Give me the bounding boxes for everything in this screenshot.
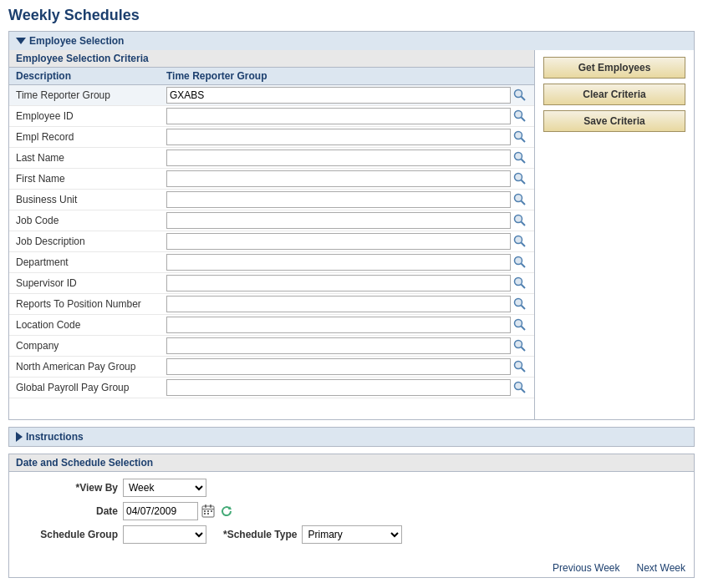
criteria-row-label: Supervisor ID xyxy=(16,277,166,289)
criteria-row: Job Code xyxy=(9,210,534,231)
instructions-header[interactable]: Instructions xyxy=(9,428,694,446)
criteria-row-label: North American Pay Group xyxy=(16,361,166,373)
criteria-field-location-code[interactable] xyxy=(166,317,511,333)
schedule-type-label: *Schedule Type xyxy=(223,529,297,540)
svg-point-0 xyxy=(515,90,522,98)
criteria-field-department[interactable] xyxy=(166,254,511,271)
date-input[interactable] xyxy=(123,502,198,520)
criteria-row-label: Department xyxy=(16,256,166,268)
instructions-section: Instructions xyxy=(8,427,695,447)
instructions-label: Instructions xyxy=(26,431,84,443)
svg-line-19 xyxy=(522,285,526,289)
criteria-row-input-area xyxy=(166,129,527,145)
criteria-row-label: Time Reporter Group xyxy=(16,89,166,101)
lookup-icon[interactable] xyxy=(512,297,527,312)
svg-point-10 xyxy=(515,195,522,202)
employee-selection-header[interactable]: Employee Selection xyxy=(9,32,694,50)
svg-line-9 xyxy=(522,180,526,185)
lookup-icon[interactable] xyxy=(512,234,527,249)
lookup-icon[interactable] xyxy=(512,171,527,186)
instructions-expand-icon xyxy=(16,432,23,442)
lookup-icon[interactable] xyxy=(512,213,527,228)
lookup-icon[interactable] xyxy=(512,255,527,270)
schedule-type-select[interactable]: Primary Secondary xyxy=(302,525,402,544)
lookup-icon[interactable] xyxy=(512,359,527,374)
get-employees-button[interactable]: Get Employees xyxy=(543,57,685,79)
criteria-field-business-unit[interactable] xyxy=(166,191,511,208)
lookup-icon[interactable] xyxy=(512,338,527,353)
criteria-row-input-area xyxy=(166,233,527,250)
svg-rect-31 xyxy=(202,509,214,509)
svg-point-12 xyxy=(515,215,522,223)
criteria-field-first-name[interactable] xyxy=(166,170,511,187)
svg-line-21 xyxy=(522,306,526,310)
criteria-row-label: Empl Record xyxy=(16,131,166,143)
criteria-field-supervisor-id[interactable] xyxy=(166,275,511,291)
criteria-rows-container[interactable]: Time Reporter Group Employee ID Empl Rec… xyxy=(9,85,534,419)
svg-line-13 xyxy=(522,222,526,226)
employee-selection-label: Employee Selection xyxy=(29,35,124,47)
svg-point-24 xyxy=(515,341,522,348)
svg-line-15 xyxy=(522,243,526,247)
criteria-field-north-american-pay-group[interactable] xyxy=(166,358,511,375)
svg-line-17 xyxy=(522,264,526,268)
lookup-icon[interactable] xyxy=(512,109,527,124)
employee-selection-body: Employee Selection Criteria Description … xyxy=(9,50,694,419)
svg-line-7 xyxy=(522,160,526,164)
schedule-group-select[interactable] xyxy=(123,525,206,544)
criteria-field-time-reporter-group[interactable] xyxy=(166,87,511,104)
criteria-row-input-area xyxy=(166,87,527,104)
criteria-row-input-area xyxy=(166,358,527,375)
svg-line-1 xyxy=(522,97,526,101)
criteria-row-label: Business Unit xyxy=(16,194,166,205)
lookup-icon[interactable] xyxy=(512,380,527,395)
criteria-row-input-area xyxy=(166,254,527,271)
criteria-field-company[interactable] xyxy=(166,337,511,354)
criteria-field-employee-id[interactable] xyxy=(166,108,511,124)
previous-week-link[interactable]: Previous Week xyxy=(553,562,619,574)
svg-point-6 xyxy=(515,153,522,160)
date-schedule-section: Date and Schedule Selection *View By Wee… xyxy=(8,454,695,578)
criteria-field-job-description[interactable] xyxy=(166,233,511,250)
criteria-field-global-payroll-pay-group[interactable] xyxy=(166,379,511,396)
col-header-group: Time Reporter Group xyxy=(166,70,527,82)
criteria-row-input-area xyxy=(166,337,527,354)
svg-line-3 xyxy=(522,118,526,122)
view-by-row: *View By Week Day Month xyxy=(18,479,685,497)
svg-point-20 xyxy=(515,299,522,307)
next-week-link[interactable]: Next Week xyxy=(637,562,685,574)
svg-line-11 xyxy=(522,201,526,205)
criteria-row-label: Employee ID xyxy=(16,110,166,122)
view-by-select[interactable]: Week Day Month xyxy=(123,479,206,497)
criteria-row: Global Payroll Pay Group xyxy=(9,378,534,398)
criteria-row: Department xyxy=(9,252,534,273)
svg-line-27 xyxy=(522,368,526,373)
date-row: Date xyxy=(18,502,685,520)
criteria-row: Reports To Position Number xyxy=(9,294,534,315)
criteria-field-empl-record[interactable] xyxy=(166,129,511,145)
calendar-icon[interactable] xyxy=(200,503,217,520)
lookup-icon[interactable] xyxy=(512,317,527,332)
criteria-row-label: Location Code xyxy=(16,319,166,331)
criteria-table-area: Employee Selection Criteria Description … xyxy=(9,50,535,419)
lookup-icon[interactable] xyxy=(512,192,527,207)
lookup-icon[interactable] xyxy=(512,150,527,165)
schedule-row: Schedule Group *Schedule Type Primary Se… xyxy=(18,525,685,544)
clear-criteria-button[interactable]: Clear Criteria xyxy=(543,84,685,105)
criteria-row: Supervisor ID xyxy=(9,273,534,294)
criteria-title: Employee Selection Criteria xyxy=(9,50,534,68)
refresh-icon[interactable] xyxy=(218,503,235,520)
lookup-icon[interactable] xyxy=(512,276,527,291)
svg-point-14 xyxy=(515,236,522,244)
date-schedule-title: Date and Schedule Selection xyxy=(9,454,694,472)
criteria-field-job-code[interactable] xyxy=(166,212,511,229)
criteria-row-label: Company xyxy=(16,340,166,352)
svg-point-16 xyxy=(515,257,522,265)
criteria-row-input-area xyxy=(166,212,527,229)
criteria-field-reports-to-position-number[interactable] xyxy=(166,296,511,312)
criteria-field-last-name[interactable] xyxy=(166,150,511,166)
lookup-icon[interactable] xyxy=(512,88,527,103)
lookup-icon[interactable] xyxy=(512,129,527,144)
criteria-row-label: Job Code xyxy=(16,215,166,226)
save-criteria-button[interactable]: Save Criteria xyxy=(543,110,685,132)
